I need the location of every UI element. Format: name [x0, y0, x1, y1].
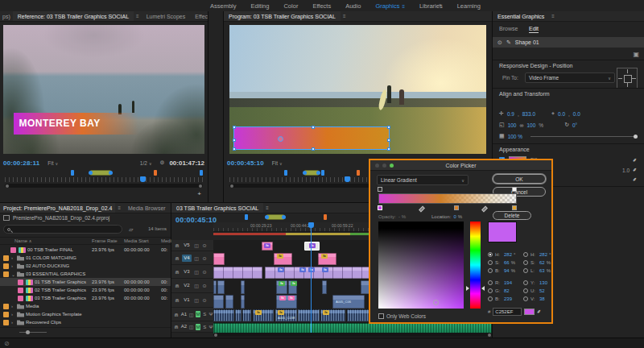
channel-value[interactable]: 82 [504, 288, 510, 293]
workbar[interactable] [89, 170, 112, 176]
clip[interactable] [213, 309, 234, 321]
tab-reference[interactable]: Reference: 03 TSB Trailer Graphics SOCIA… [13, 11, 134, 22]
track-name[interactable]: V5 [182, 242, 192, 249]
radio-button[interactable] [523, 280, 528, 285]
link-scale-icon[interactable]: ∞ [519, 122, 523, 128]
disclosure-icon[interactable]: › [11, 312, 17, 317]
project-row[interactable]: › Motion Graphics Template [0, 310, 171, 318]
workbar[interactable] [266, 214, 285, 220]
project-row[interactable]: ⌄ 03 ESSENTIAL GRAPHICS [0, 270, 171, 278]
source-patch-icon[interactable]: ◫ [193, 269, 200, 275]
playhead-handle[interactable] [308, 222, 314, 228]
eyedropper-icon[interactable]: ✒ [631, 166, 639, 174]
color-stops[interactable] [378, 205, 517, 211]
project-row[interactable]: › 01 COLOR MATCHING [0, 254, 171, 262]
mk[interactable] [200, 170, 203, 176]
tab-program[interactable]: Program: 03 TSB Trailer Graphics SOCIAL [224, 11, 341, 22]
source-patch-icon[interactable]: ◫ [193, 283, 200, 288]
selection-handle[interactable] [312, 126, 315, 129]
reference-scrollbar[interactable] [5, 184, 203, 188]
selection-handle[interactable] [233, 147, 236, 151]
radio-button[interactable] [488, 252, 493, 257]
channel-value[interactable]: 282 [504, 252, 512, 257]
tab-project[interactable]: Project: PremierePro_NAB2018_Drop_02.4 [0, 203, 115, 213]
col-name[interactable]: Name ∧ [14, 238, 92, 243]
close-icon[interactable] [375, 164, 379, 168]
workspace-overflow[interactable]: » [439, 2, 442, 8]
panel-menu-icon[interactable]: ≡ [549, 14, 557, 19]
panel-menu-icon[interactable]: ≡ [134, 14, 142, 19]
new-layer-icon[interactable]: ▣ [633, 51, 639, 58]
pin-widget[interactable] [617, 68, 638, 89]
search-input[interactable] [3, 225, 122, 234]
clip[interactable] [322, 280, 327, 294]
scale-value[interactable]: 100 [508, 122, 517, 128]
toggle-track-output-icon[interactable]: ⊙ [201, 283, 208, 288]
project-row[interactable]: 01 TSB Trailer Graphics 23.976 fps 00:00… [0, 278, 171, 286]
program-video[interactable] [229, 25, 486, 154]
mute-button[interactable]: M [196, 311, 201, 317]
track-header[interactable]: ⋒ V1 ◫ ⊙ [171, 293, 213, 308]
source-patch-icon[interactable]: ◫ [189, 312, 194, 317]
mk[interactable] [284, 170, 287, 176]
project-row[interactable]: › 02 AUTO-DUCKING [0, 262, 171, 270]
workspace-tab[interactable]: Color [276, 2, 305, 10]
label-color-swatch[interactable] [18, 296, 23, 301]
location-value[interactable]: 0 [453, 214, 456, 219]
workspace-tab[interactable]: Graphics≡ [368, 2, 412, 10]
panel-menu-icon[interactable]: ≡ [263, 205, 271, 210]
mk[interactable] [321, 170, 324, 176]
workspace-tab[interactable]: Editing [244, 2, 277, 10]
rotation-value[interactable]: 0° [572, 122, 577, 128]
clip[interactable] [225, 295, 233, 309]
workspace-tab[interactable]: Effects [305, 2, 338, 10]
col-media-start[interactable]: Media Start [124, 238, 161, 243]
disclosure-icon[interactable]: ⌄ [11, 271, 17, 277]
col-frame-rate[interactable]: Frame Rate [92, 238, 124, 243]
button-editor-icon[interactable]: + [197, 190, 201, 197]
gradient-shape-layer[interactable] [233, 126, 390, 150]
solo-button[interactable]: S [202, 312, 207, 317]
playback-resolution-dropdown[interactable]: 1/2∨ [140, 160, 152, 166]
radio-button[interactable] [488, 288, 493, 293]
mk[interactable] [71, 170, 74, 176]
label-color-swatch[interactable] [3, 320, 9, 325]
position-x[interactable]: 0.9 [507, 111, 514, 117]
lock-icon[interactable]: ⋒ [174, 269, 180, 275]
source-patch-icon[interactable]: ◫ [193, 255, 200, 261]
selection-handle[interactable] [387, 126, 390, 129]
settings-wrench-icon[interactable]: ⚙ [160, 160, 165, 166]
mk[interactable] [357, 170, 360, 176]
tab-browse[interactable]: Browse [499, 26, 518, 31]
radio-button[interactable] [488, 260, 493, 265]
disclosure-icon[interactable]: › [11, 255, 17, 260]
solo-button[interactable]: S [202, 325, 207, 329]
channel-value[interactable]: 66 [504, 260, 510, 265]
scale-percent[interactable]: 100 [526, 122, 535, 128]
clip-label[interactable]: A005_C06 [336, 300, 363, 304]
gradient-type-dropdown[interactable]: Linear Gradient∨ [377, 175, 469, 185]
delete-button[interactable]: Delete [493, 211, 531, 220]
color-field-cursor[interactable] [433, 300, 439, 305]
reference-video[interactable]: MONTEREY BAY [3, 25, 204, 154]
eyedropper-icon[interactable]: ✒ [631, 156, 639, 164]
selection-handle[interactable] [387, 147, 390, 151]
channel-value[interactable]: 194 [504, 280, 512, 285]
hue-slider[interactable] [470, 222, 481, 309]
reference-ruler[interactable] [5, 177, 203, 182]
current-timecode[interactable]: 00:00:28:11 [3, 160, 39, 167]
toggle-track-output-icon[interactable]: ⊙ [201, 255, 208, 261]
pin-to-dropdown[interactable]: Video Frame∨ [525, 72, 615, 83]
hue-arrow-left[interactable] [466, 286, 469, 291]
project-row[interactable]: 03 TSB Trailer Graphics 23.976 fps 00:00… [0, 294, 171, 302]
track-name[interactable]: V4 [182, 255, 192, 262]
channel-value[interactable]: 52 [539, 288, 545, 293]
dia[interactable] [419, 206, 425, 213]
folder-up-icon[interactable]: ▱ [129, 226, 133, 233]
timeline-scrollbar[interactable] [213, 333, 492, 337]
tab-edit[interactable]: Edit [529, 26, 539, 33]
mute-button[interactable]: M [196, 324, 201, 330]
anchor-x[interactable]: 0.0 [558, 111, 565, 117]
lock-icon[interactable]: ⋒ [174, 255, 180, 261]
radio-button[interactable] [488, 280, 493, 285]
